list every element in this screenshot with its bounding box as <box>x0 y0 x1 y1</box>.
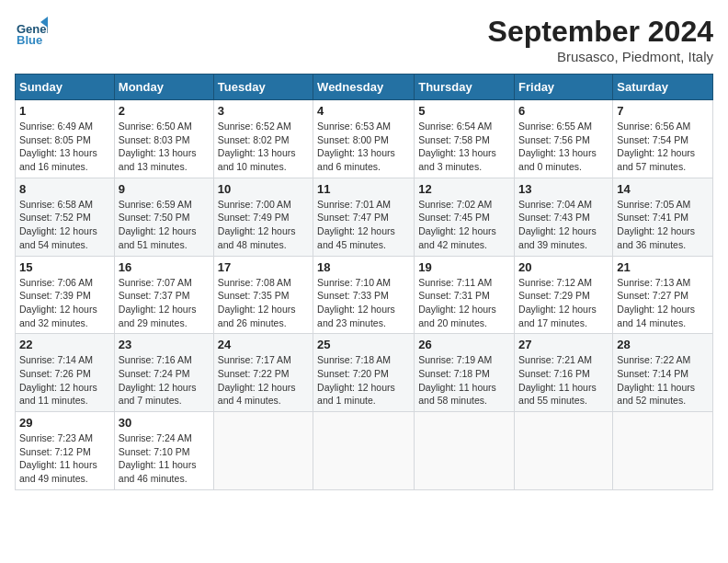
calendar-cell: 9Sunrise: 6:59 AM Sunset: 7:50 PM Daylig… <box>114 178 213 256</box>
day-number: 14 <box>617 182 709 196</box>
calendar-cell: 21Sunrise: 7:13 AM Sunset: 7:27 PM Dayli… <box>613 256 713 334</box>
day-info: Sunrise: 7:12 AM Sunset: 7:29 PM Dayligh… <box>518 276 609 330</box>
day-info: Sunrise: 6:59 AM Sunset: 7:50 PM Dayligh… <box>119 198 210 252</box>
day-info: Sunrise: 7:24 AM Sunset: 7:10 PM Dayligh… <box>119 431 210 486</box>
day-info: Sunrise: 7:02 AM Sunset: 7:45 PM Dayligh… <box>418 198 510 252</box>
day-info: Sunrise: 7:19 AM Sunset: 7:18 PM Dayligh… <box>418 353 510 408</box>
calendar-cell: 30Sunrise: 7:24 AM Sunset: 7:10 PM Dayli… <box>114 412 213 490</box>
logo: General Blue <box>15 15 51 48</box>
calendar-cell: 28Sunrise: 7:22 AM Sunset: 7:14 PM Dayli… <box>613 334 713 412</box>
day-number: 4 <box>317 104 410 118</box>
day-info: Sunrise: 6:55 AM Sunset: 7:56 PM Dayligh… <box>518 120 609 174</box>
calendar-cell: 16Sunrise: 7:07 AM Sunset: 7:37 PM Dayli… <box>114 256 213 334</box>
day-number: 3 <box>218 104 309 118</box>
calendar-week-2: 8Sunrise: 6:58 AM Sunset: 7:52 PM Daylig… <box>16 178 713 256</box>
svg-text:Blue: Blue <box>17 33 42 47</box>
calendar-body: 1Sunrise: 6:49 AM Sunset: 8:05 PM Daylig… <box>16 100 713 490</box>
day-number: 26 <box>418 338 510 351</box>
day-info: Sunrise: 7:06 AM Sunset: 7:39 PM Dayligh… <box>19 276 110 330</box>
day-number: 7 <box>617 104 709 118</box>
day-number: 24 <box>218 338 309 351</box>
title-area: September 2024 Brusasco, Piedmont, Italy <box>488 15 713 64</box>
day-number: 23 <box>119 338 210 351</box>
calendar-table: SundayMondayTuesdayWednesdayThursdayFrid… <box>15 74 713 490</box>
day-number: 29 <box>19 416 110 430</box>
calendar-cell: 19Sunrise: 7:11 AM Sunset: 7:31 PM Dayli… <box>415 256 515 334</box>
day-number: 30 <box>119 416 210 430</box>
calendar-cell: 20Sunrise: 7:12 AM Sunset: 7:29 PM Dayli… <box>515 256 613 334</box>
location: Brusasco, Piedmont, Italy <box>488 49 713 64</box>
day-info: Sunrise: 6:54 AM Sunset: 7:58 PM Dayligh… <box>418 120 510 174</box>
day-info: Sunrise: 7:14 AM Sunset: 7:26 PM Dayligh… <box>19 353 110 408</box>
day-number: 10 <box>218 182 309 196</box>
calendar-cell: 11Sunrise: 7:01 AM Sunset: 7:47 PM Dayli… <box>313 178 415 256</box>
day-info: Sunrise: 7:17 AM Sunset: 7:22 PM Dayligh… <box>218 353 309 408</box>
col-header-friday: Friday <box>515 75 613 100</box>
calendar-week-3: 15Sunrise: 7:06 AM Sunset: 7:39 PM Dayli… <box>16 256 713 334</box>
day-number: 28 <box>617 338 709 351</box>
col-header-saturday: Saturday <box>613 75 713 100</box>
calendar-cell: 17Sunrise: 7:08 AM Sunset: 7:35 PM Dayli… <box>213 256 313 334</box>
calendar-cell: 7Sunrise: 6:56 AM Sunset: 7:54 PM Daylig… <box>613 100 713 178</box>
col-header-tuesday: Tuesday <box>213 75 313 100</box>
day-number: 11 <box>317 182 410 196</box>
day-info: Sunrise: 7:18 AM Sunset: 7:20 PM Dayligh… <box>317 353 410 408</box>
calendar-cell <box>613 412 713 490</box>
col-header-sunday: Sunday <box>16 75 115 100</box>
day-info: Sunrise: 7:11 AM Sunset: 7:31 PM Dayligh… <box>418 276 510 330</box>
day-number: 17 <box>218 260 309 274</box>
calendar-header-row: SundayMondayTuesdayWednesdayThursdayFrid… <box>16 75 713 100</box>
calendar-cell <box>313 412 415 490</box>
calendar-cell: 2Sunrise: 6:50 AM Sunset: 8:03 PM Daylig… <box>114 100 213 178</box>
day-info: Sunrise: 7:23 AM Sunset: 7:12 PM Dayligh… <box>19 431 110 486</box>
col-header-monday: Monday <box>114 75 213 100</box>
calendar-cell: 1Sunrise: 6:49 AM Sunset: 8:05 PM Daylig… <box>16 100 115 178</box>
day-number: 21 <box>617 260 709 274</box>
month-title: September 2024 <box>488 15 713 49</box>
day-number: 8 <box>19 182 110 196</box>
calendar-cell: 12Sunrise: 7:02 AM Sunset: 7:45 PM Dayli… <box>415 178 515 256</box>
logo-icon: General Blue <box>15 15 48 48</box>
day-number: 22 <box>19 338 110 351</box>
calendar-cell: 27Sunrise: 7:21 AM Sunset: 7:16 PM Dayli… <box>515 334 613 412</box>
day-info: Sunrise: 7:13 AM Sunset: 7:27 PM Dayligh… <box>617 276 709 330</box>
day-info: Sunrise: 7:00 AM Sunset: 7:49 PM Dayligh… <box>218 198 309 252</box>
calendar-cell: 23Sunrise: 7:16 AM Sunset: 7:24 PM Dayli… <box>114 334 213 412</box>
day-info: Sunrise: 6:53 AM Sunset: 8:00 PM Dayligh… <box>317 120 410 174</box>
day-number: 6 <box>518 104 609 118</box>
day-number: 25 <box>317 338 410 351</box>
day-number: 9 <box>119 182 210 196</box>
calendar-week-4: 22Sunrise: 7:14 AM Sunset: 7:26 PM Dayli… <box>16 334 713 412</box>
day-number: 12 <box>418 182 510 196</box>
day-number: 27 <box>518 338 609 351</box>
day-number: 13 <box>518 182 609 196</box>
calendar-cell: 6Sunrise: 6:55 AM Sunset: 7:56 PM Daylig… <box>515 100 613 178</box>
calendar-week-5: 29Sunrise: 7:23 AM Sunset: 7:12 PM Dayli… <box>16 412 713 490</box>
calendar-cell: 3Sunrise: 6:52 AM Sunset: 8:02 PM Daylig… <box>213 100 313 178</box>
calendar-cell: 8Sunrise: 6:58 AM Sunset: 7:52 PM Daylig… <box>16 178 115 256</box>
day-info: Sunrise: 6:50 AM Sunset: 8:03 PM Dayligh… <box>119 120 210 174</box>
day-number: 16 <box>119 260 210 274</box>
day-number: 2 <box>119 104 210 118</box>
calendar-cell: 29Sunrise: 7:23 AM Sunset: 7:12 PM Dayli… <box>16 412 115 490</box>
col-header-thursday: Thursday <box>415 75 515 100</box>
calendar-cell <box>415 412 515 490</box>
calendar-cell: 22Sunrise: 7:14 AM Sunset: 7:26 PM Dayli… <box>16 334 115 412</box>
col-header-wednesday: Wednesday <box>313 75 415 100</box>
calendar-cell: 18Sunrise: 7:10 AM Sunset: 7:33 PM Dayli… <box>313 256 415 334</box>
calendar-cell: 4Sunrise: 6:53 AM Sunset: 8:00 PM Daylig… <box>313 100 415 178</box>
day-info: Sunrise: 7:10 AM Sunset: 7:33 PM Dayligh… <box>317 276 410 330</box>
day-info: Sunrise: 7:22 AM Sunset: 7:14 PM Dayligh… <box>617 353 709 408</box>
day-info: Sunrise: 7:16 AM Sunset: 7:24 PM Dayligh… <box>119 353 210 408</box>
day-info: Sunrise: 6:49 AM Sunset: 8:05 PM Dayligh… <box>19 120 110 174</box>
day-info: Sunrise: 7:04 AM Sunset: 7:43 PM Dayligh… <box>518 198 609 252</box>
calendar-cell: 26Sunrise: 7:19 AM Sunset: 7:18 PM Dayli… <box>415 334 515 412</box>
day-info: Sunrise: 6:56 AM Sunset: 7:54 PM Dayligh… <box>617 120 709 174</box>
calendar-cell: 5Sunrise: 6:54 AM Sunset: 7:58 PM Daylig… <box>415 100 515 178</box>
day-info: Sunrise: 6:52 AM Sunset: 8:02 PM Dayligh… <box>218 120 309 174</box>
day-info: Sunrise: 7:01 AM Sunset: 7:47 PM Dayligh… <box>317 198 410 252</box>
day-info: Sunrise: 7:07 AM Sunset: 7:37 PM Dayligh… <box>119 276 210 330</box>
calendar-cell: 25Sunrise: 7:18 AM Sunset: 7:20 PM Dayli… <box>313 334 415 412</box>
calendar-cell: 14Sunrise: 7:05 AM Sunset: 7:41 PM Dayli… <box>613 178 713 256</box>
calendar-week-1: 1Sunrise: 6:49 AM Sunset: 8:05 PM Daylig… <box>16 100 713 178</box>
